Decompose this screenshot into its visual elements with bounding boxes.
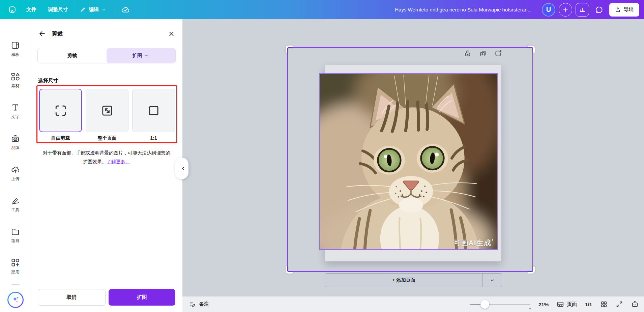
pencil-icon <box>80 6 86 13</box>
insights-button[interactable] <box>576 3 589 17</box>
crop-tabs: 剪裁 扩图 <box>37 48 176 63</box>
close-icon[interactable] <box>168 30 175 37</box>
page-indicator: 1/1 <box>585 302 592 307</box>
comment-bubble-icon <box>595 5 604 14</box>
brand-icon: co <box>11 134 20 143</box>
apps-icon <box>11 258 20 267</box>
section-title: 选择尺寸 <box>38 78 58 84</box>
menu-resize[interactable]: 调整尺寸 <box>43 3 73 17</box>
chevron-left-icon <box>181 166 186 171</box>
uploads-icon <box>11 165 20 174</box>
chevron-down-icon <box>101 7 106 12</box>
menu-file[interactable]: 文件 <box>21 3 41 17</box>
panel-collapse-handle[interactable] <box>175 158 188 179</box>
avatar[interactable]: U <box>542 3 555 17</box>
tab-expand[interactable]: 扩图 <box>107 48 175 63</box>
assistant-robot-icon[interactable] <box>631 301 639 308</box>
tab-crop[interactable]: 剪裁 <box>38 48 107 63</box>
sidebar-item-uploads[interactable]: 上传 <box>11 165 20 182</box>
resize-handle-top-right[interactable] <box>527 45 535 53</box>
duplicate-icon[interactable] <box>479 50 487 57</box>
ai-assistant-button[interactable] <box>7 292 24 308</box>
annotation-highlight-box: 自由剪裁 整个页面 1:1 <box>36 85 177 143</box>
topbar-actions: U 导出 <box>542 3 639 17</box>
ai-assistant-inner <box>8 293 23 307</box>
resize-handle-bottom-left[interactable] <box>285 266 293 274</box>
expand-page-icon <box>101 104 114 117</box>
sidebar-item-text[interactable]: 文字 <box>11 103 20 120</box>
sidebar-item-projects[interactable]: 项目 <box>11 227 20 244</box>
resize-handle-bottom-right[interactable] <box>527 266 535 274</box>
crown-icon <box>144 54 149 58</box>
crop-free-icon <box>54 104 67 117</box>
plus-icon <box>562 6 569 13</box>
pages-icon <box>557 301 564 308</box>
fullscreen-icon[interactable] <box>616 301 623 308</box>
option-whole-page[interactable]: 整个页面 <box>86 89 128 141</box>
tools-icon <box>11 196 20 205</box>
expand-note: 对于带有面部、手部或透明背景的图片，可能无法达到理想的 扩图效果。了解更多。 <box>34 148 179 166</box>
square-ratio-icon <box>147 104 160 117</box>
add-page-dropdown[interactable] <box>482 274 502 287</box>
resize-handle-top-left[interactable] <box>285 45 293 53</box>
add-page-button-group: + 添加页面 <box>325 273 502 287</box>
menu-edit[interactable]: 编辑 <box>75 3 111 17</box>
page-toolbar <box>464 50 502 57</box>
pages-view-button[interactable]: 页面 <box>557 301 577 308</box>
zoom-slider-end-dot <box>529 308 531 309</box>
panel-footer: 取消 扩图 <box>38 289 175 306</box>
comments-button[interactable] <box>592 3 606 17</box>
selection-frame[interactable] <box>287 47 533 272</box>
text-icon <box>11 103 20 112</box>
sidebar-item-templates[interactable]: 模板 <box>11 41 20 58</box>
design-canvas[interactable]: 可画AI生成✦ + 添加 <box>182 19 644 296</box>
lock-open-icon[interactable] <box>464 50 472 57</box>
topbar-divider <box>115 6 115 13</box>
home-icon <box>8 5 17 14</box>
back-arrow-icon[interactable] <box>38 30 46 37</box>
add-frame-icon[interactable] <box>494 50 502 57</box>
crop-panel: 剪裁 剪裁 扩图 选择尺寸 <box>31 19 182 312</box>
export-button[interactable]: 导出 <box>609 3 639 17</box>
sidebar-more-indicator <box>11 284 20 285</box>
svg-text:co: co <box>14 138 17 141</box>
grid-view-icon[interactable] <box>600 301 608 308</box>
elements-icon <box>11 72 20 81</box>
zoom-slider-track[interactable] <box>470 304 530 305</box>
home-button[interactable] <box>5 3 20 17</box>
sidebar-item-apps[interactable]: 应用 <box>11 258 20 275</box>
notes-button[interactable]: 备注 <box>189 301 209 308</box>
statusbar-right: 21% 页面 1/1 <box>470 300 639 309</box>
design-title[interactable]: Hays Wernteto nnthgea nerei io Sula Murw… <box>395 7 532 12</box>
top-bar: 文件 调整尺寸 编辑 Hays Wernteto nnthgea nerei i… <box>0 0 644 19</box>
panel-title: 剪裁 <box>52 30 63 37</box>
option-free-crop-card[interactable] <box>39 89 82 132</box>
templates-icon <box>11 41 20 50</box>
zoom-percent[interactable]: 21% <box>538 302 549 307</box>
magic-sparkle-icon <box>11 295 20 304</box>
export-icon <box>615 6 621 13</box>
app-sidebar: 模板 素材 文字 co 品牌 上传 <box>0 19 31 312</box>
cancel-button[interactable]: 取消 <box>38 289 106 306</box>
option-free-crop[interactable]: 自由剪裁 <box>39 89 82 141</box>
option-1-1[interactable]: 1:1 <box>132 89 175 141</box>
invite-member-button[interactable] <box>559 3 572 17</box>
size-options: 自由剪裁 整个页面 1:1 <box>39 89 175 141</box>
cloud-check-icon <box>121 5 130 14</box>
chevron-down-icon <box>489 277 495 283</box>
sidebar-item-elements[interactable]: 素材 <box>11 72 20 89</box>
status-bar: 备注 21% 页面 1/1 <box>182 296 644 312</box>
zoom-slider[interactable] <box>470 300 530 309</box>
option-whole-page-card[interactable] <box>86 89 128 132</box>
zoom-slider-thumb[interactable] <box>480 300 489 309</box>
add-page-button[interactable]: + 添加页面 <box>325 274 482 287</box>
option-1-1-card[interactable] <box>132 89 175 132</box>
expand-confirm-button[interactable]: 扩图 <box>109 289 176 306</box>
autosave-status[interactable] <box>118 3 133 17</box>
panel-header: 剪裁 <box>38 30 175 37</box>
sidebar-item-tools[interactable]: 工具 <box>11 196 20 213</box>
learn-more-link[interactable]: 了解更多。 <box>107 159 130 164</box>
bar-chart-icon <box>579 6 586 13</box>
sidebar-item-brand[interactable]: co 品牌 <box>11 134 20 151</box>
projects-icon <box>11 227 20 236</box>
